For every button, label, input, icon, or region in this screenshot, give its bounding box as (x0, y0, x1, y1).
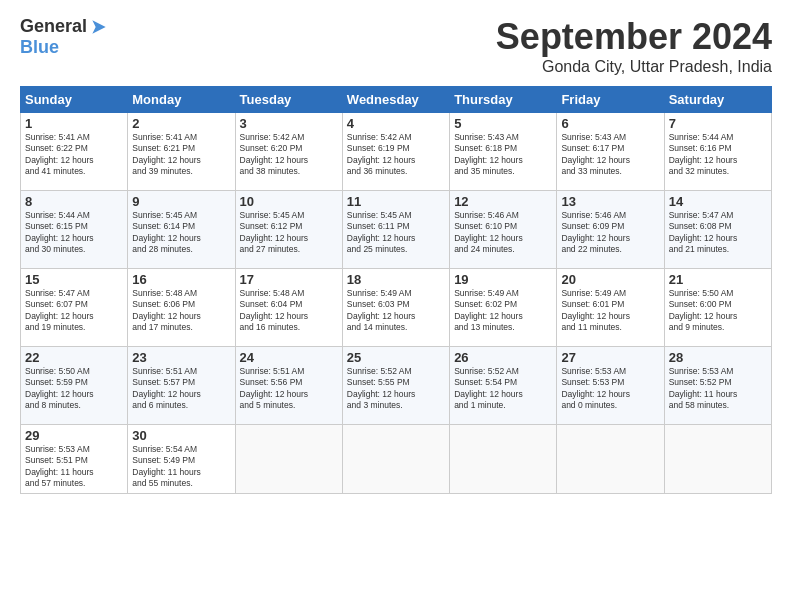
table-row (557, 425, 664, 494)
cell-content: Daylight: 12 hours (240, 389, 338, 400)
day-number: 15 (25, 272, 123, 287)
cell-content: and 5 minutes. (240, 400, 338, 411)
day-number: 17 (240, 272, 338, 287)
cell-content: Sunset: 6:09 PM (561, 221, 659, 232)
day-number: 6 (561, 116, 659, 131)
calendar-subtitle: Gonda City, Uttar Pradesh, India (496, 58, 772, 76)
cell-content: Daylight: 12 hours (132, 155, 230, 166)
cell-content: Daylight: 12 hours (561, 155, 659, 166)
cell-content: Sunrise: 5:46 AM (454, 210, 552, 221)
logo-general-text: General (20, 16, 87, 37)
cell-content: Sunrise: 5:49 AM (561, 288, 659, 299)
cell-content: Daylight: 12 hours (25, 233, 123, 244)
cell-content: Sunrise: 5:53 AM (669, 366, 767, 377)
calendar-week-row: 8Sunrise: 5:44 AMSunset: 6:15 PMDaylight… (21, 191, 772, 269)
cell-content: and 3 minutes. (347, 400, 445, 411)
day-number: 24 (240, 350, 338, 365)
day-number: 1 (25, 116, 123, 131)
cell-content: Sunset: 6:14 PM (132, 221, 230, 232)
table-row: 2Sunrise: 5:41 AMSunset: 6:21 PMDaylight… (128, 113, 235, 191)
table-row: 23Sunrise: 5:51 AMSunset: 5:57 PMDayligh… (128, 347, 235, 425)
cell-content: Daylight: 12 hours (347, 155, 445, 166)
table-row: 25Sunrise: 5:52 AMSunset: 5:55 PMDayligh… (342, 347, 449, 425)
cell-content: Sunset: 6:02 PM (454, 299, 552, 310)
cell-content: Daylight: 12 hours (454, 389, 552, 400)
cell-content: Sunset: 6:03 PM (347, 299, 445, 310)
cell-content: Daylight: 12 hours (454, 233, 552, 244)
cell-content: Sunset: 6:22 PM (25, 143, 123, 154)
calendar-week-row: 22Sunrise: 5:50 AMSunset: 5:59 PMDayligh… (21, 347, 772, 425)
cell-content: and 6 minutes. (132, 400, 230, 411)
header-thursday: Thursday (450, 87, 557, 113)
cell-content: and 9 minutes. (669, 322, 767, 333)
cell-content: Sunrise: 5:51 AM (132, 366, 230, 377)
cell-content: Daylight: 12 hours (240, 233, 338, 244)
cell-content: Sunset: 6:16 PM (669, 143, 767, 154)
cell-content: and 24 minutes. (454, 244, 552, 255)
cell-content: Daylight: 12 hours (132, 311, 230, 322)
cell-content: and 16 minutes. (240, 322, 338, 333)
cell-content: and 35 minutes. (454, 166, 552, 177)
table-row: 30Sunrise: 5:54 AMSunset: 5:49 PMDayligh… (128, 425, 235, 494)
cell-content: Sunset: 6:12 PM (240, 221, 338, 232)
cell-content: Sunrise: 5:51 AM (240, 366, 338, 377)
cell-content: Daylight: 11 hours (669, 389, 767, 400)
table-row: 20Sunrise: 5:49 AMSunset: 6:01 PMDayligh… (557, 269, 664, 347)
cell-content: Sunset: 6:20 PM (240, 143, 338, 154)
table-row: 18Sunrise: 5:49 AMSunset: 6:03 PMDayligh… (342, 269, 449, 347)
cell-content: and 57 minutes. (25, 478, 123, 489)
day-number: 9 (132, 194, 230, 209)
calendar-week-row: 29Sunrise: 5:53 AMSunset: 5:51 PMDayligh… (21, 425, 772, 494)
cell-content: Daylight: 12 hours (669, 233, 767, 244)
cell-content: Sunrise: 5:54 AM (132, 444, 230, 455)
cell-content: Sunset: 6:06 PM (132, 299, 230, 310)
cell-content: Sunrise: 5:44 AM (669, 132, 767, 143)
cell-content: Sunset: 6:07 PM (25, 299, 123, 310)
table-row: 9Sunrise: 5:45 AMSunset: 6:14 PMDaylight… (128, 191, 235, 269)
day-number: 16 (132, 272, 230, 287)
table-row: 6Sunrise: 5:43 AMSunset: 6:17 PMDaylight… (557, 113, 664, 191)
cell-content: Sunset: 5:54 PM (454, 377, 552, 388)
cell-content: and 30 minutes. (25, 244, 123, 255)
cell-content: Sunset: 6:10 PM (454, 221, 552, 232)
cell-content: Daylight: 12 hours (132, 233, 230, 244)
table-row: 24Sunrise: 5:51 AMSunset: 5:56 PMDayligh… (235, 347, 342, 425)
cell-content: Sunset: 5:51 PM (25, 455, 123, 466)
cell-content: Sunset: 6:00 PM (669, 299, 767, 310)
cell-content: Sunrise: 5:41 AM (132, 132, 230, 143)
cell-content: Daylight: 11 hours (25, 467, 123, 478)
table-row: 10Sunrise: 5:45 AMSunset: 6:12 PMDayligh… (235, 191, 342, 269)
cell-content: Daylight: 12 hours (347, 311, 445, 322)
cell-content: Sunset: 5:56 PM (240, 377, 338, 388)
table-row: 22Sunrise: 5:50 AMSunset: 5:59 PMDayligh… (21, 347, 128, 425)
cell-content: Sunset: 6:01 PM (561, 299, 659, 310)
day-number: 21 (669, 272, 767, 287)
table-row: 27Sunrise: 5:53 AMSunset: 5:53 PMDayligh… (557, 347, 664, 425)
header-tuesday: Tuesday (235, 87, 342, 113)
day-number: 20 (561, 272, 659, 287)
cell-content: and 28 minutes. (132, 244, 230, 255)
cell-content: Daylight: 12 hours (25, 155, 123, 166)
cell-content: Sunrise: 5:48 AM (240, 288, 338, 299)
table-row: 28Sunrise: 5:53 AMSunset: 5:52 PMDayligh… (664, 347, 771, 425)
table-row (450, 425, 557, 494)
day-number: 7 (669, 116, 767, 131)
cell-content: Sunrise: 5:41 AM (25, 132, 123, 143)
day-number: 18 (347, 272, 445, 287)
day-number: 8 (25, 194, 123, 209)
cell-content: Sunrise: 5:52 AM (454, 366, 552, 377)
cell-content: and 32 minutes. (669, 166, 767, 177)
cell-content: Daylight: 12 hours (25, 311, 123, 322)
calendar-page: General Blue September 2024 Gonda City, … (0, 0, 792, 612)
cell-content: and 25 minutes. (347, 244, 445, 255)
cell-content: and 22 minutes. (561, 244, 659, 255)
cell-content: and 17 minutes. (132, 322, 230, 333)
cell-content: and 33 minutes. (561, 166, 659, 177)
cell-content: and 39 minutes. (132, 166, 230, 177)
table-row: 17Sunrise: 5:48 AMSunset: 6:04 PMDayligh… (235, 269, 342, 347)
days-header-row: Sunday Monday Tuesday Wednesday Thursday… (21, 87, 772, 113)
day-number: 2 (132, 116, 230, 131)
day-number: 25 (347, 350, 445, 365)
day-number: 5 (454, 116, 552, 131)
cell-content: and 41 minutes. (25, 166, 123, 177)
